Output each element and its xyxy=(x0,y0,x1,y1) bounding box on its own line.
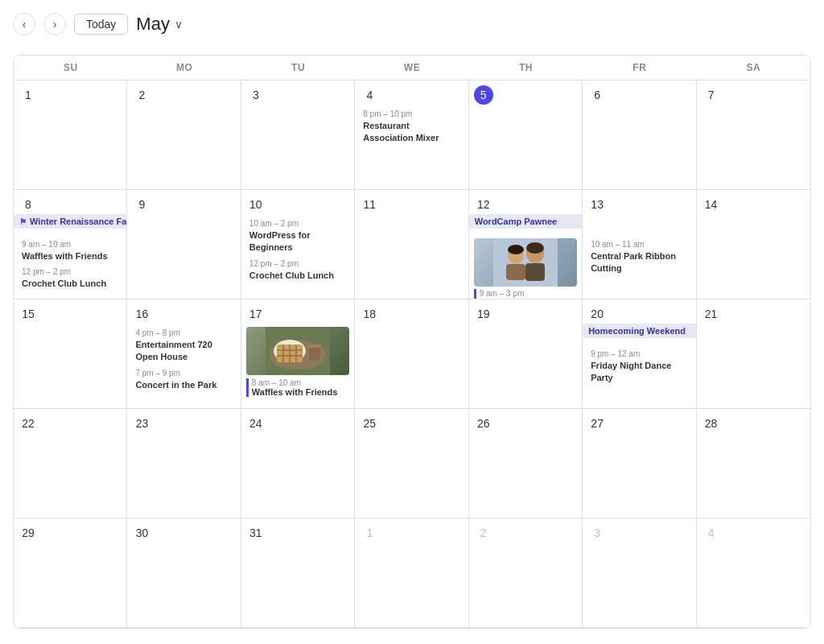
cell-may6[interactable]: 6 xyxy=(583,80,696,190)
event-time: 7 pm – 9 pm xyxy=(135,368,232,379)
svg-rect-17 xyxy=(307,345,322,348)
calendar: SU MO TU WE TH FR SA 1 2 3 4 8 pm – 10 p… xyxy=(13,55,811,629)
event-ent720[interactable]: 4 pm – 8 pm Entertainment 720 Open House xyxy=(132,327,235,365)
svg-point-5 xyxy=(526,242,544,254)
event-title: Restaurant Association Mixer xyxy=(363,120,459,145)
event-friday-night[interactable]: 9 pm – 12 am Friday Night Dance Party xyxy=(587,348,690,386)
cell-may1[interactable]: 1 xyxy=(14,80,127,190)
date-label: 10 xyxy=(246,195,266,214)
event-crochet-club-10[interactable]: 12 pm – 2 pm Crochet Club Lunch xyxy=(246,258,349,283)
event-title: Waffles with Friends xyxy=(22,250,118,262)
winter-renaissance-banner[interactable]: ⚑ Winter Renaissance Fair xyxy=(14,214,127,229)
cell-may21[interactable]: 21 xyxy=(697,299,810,409)
date-label: 25 xyxy=(360,414,379,433)
event-title: WordPress for Beginners xyxy=(249,229,346,254)
cell-may12[interactable]: WordCamp Pawnee 12 xyxy=(469,190,583,299)
date-label: 31 xyxy=(246,523,266,543)
cell-jun4[interactable]: 4 xyxy=(697,518,810,628)
event-waffles-friends-17[interactable]: 8 am – 10 am Waffles with Friends xyxy=(246,378,349,397)
date-label: 18 xyxy=(360,304,379,324)
cell-may22[interactable]: 22 xyxy=(14,409,127,518)
event-time: 9 pm – 12 am xyxy=(591,349,687,360)
date-label: 23 xyxy=(132,414,151,433)
svg-rect-2 xyxy=(506,264,525,280)
date-label: 3 xyxy=(587,523,607,543)
date-label-today: 5 xyxy=(474,85,493,105)
cell-may25[interactable]: 25 xyxy=(355,409,468,518)
cell-may15[interactable]: 15 xyxy=(14,299,127,409)
cell-may18[interactable]: 18 xyxy=(355,299,468,409)
cell-jun1[interactable]: 1 xyxy=(355,518,468,628)
date-label: 2 xyxy=(474,523,493,543)
event-wordpress-beginners[interactable]: 10 am – 2 pm WordPress for Beginners xyxy=(246,217,349,255)
next-button[interactable]: › xyxy=(43,13,66,35)
flag-icon: ⚑ xyxy=(19,217,27,226)
cell-may13[interactable]: 13 10 am – 11 am Central Park Ribbon Cut… xyxy=(583,190,696,299)
event-time: 12 pm – 2 pm xyxy=(22,266,118,278)
cell-may7[interactable]: 7 xyxy=(697,80,810,190)
event-title: Crochet Club Lunch xyxy=(22,278,118,290)
month-chevron-icon[interactable]: ∨ xyxy=(175,18,183,31)
day-label-su: SU xyxy=(14,56,127,80)
date-label: 28 xyxy=(702,414,721,433)
date-label: 13 xyxy=(587,195,607,214)
cell-may29[interactable]: 29 xyxy=(14,518,127,628)
date-label: 26 xyxy=(474,414,493,433)
cell-may23[interactable]: 23 xyxy=(127,409,241,518)
wordcamp-pawnee-banner[interactable]: WordCamp Pawnee xyxy=(469,214,583,229)
cell-jun3[interactable]: 3 xyxy=(583,518,696,628)
date-label: 9 xyxy=(132,195,151,214)
date-label: 29 xyxy=(19,523,38,543)
event-time: 10 am – 11 am xyxy=(591,239,687,250)
day-label-sa: SA xyxy=(697,56,810,80)
svg-rect-0 xyxy=(493,238,558,287)
parks-rec-event[interactable]: 9 am – 3 pm Parks and Rec Committee xyxy=(474,289,577,299)
days-header: SU MO TU WE TH FR SA xyxy=(14,56,810,80)
cell-may8[interactable]: ⚑ Winter Renaissance Fair 8 9 am – 10 am… xyxy=(14,190,127,299)
event-title: Waffles with Friends xyxy=(252,387,349,397)
date-label: 2 xyxy=(132,85,151,105)
cell-may5[interactable]: 5 xyxy=(469,80,583,190)
svg-rect-4 xyxy=(525,263,545,281)
cell-may9[interactable]: 9 xyxy=(127,190,241,299)
prev-button[interactable]: ‹ xyxy=(13,13,35,35)
cell-may24[interactable]: 24 xyxy=(241,409,355,518)
event-restaurant-mixer[interactable]: 8 pm – 10 pm Restaurant Association Mixe… xyxy=(360,108,463,146)
today-button[interactable]: Today xyxy=(74,14,128,35)
event-title: Friday Night Dance Party xyxy=(591,360,687,385)
event-crochet-club-8[interactable]: 12 pm – 2 pm Crochet Club Lunch xyxy=(19,266,122,291)
event-concert-park[interactable]: 7 pm – 9 pm Concert in the Park xyxy=(132,367,235,392)
event-central-park[interactable]: 10 am – 11 am Central Park Ribbon Cuttin… xyxy=(587,238,690,276)
event-title: Crochet Club Lunch xyxy=(249,270,346,282)
cell-may11[interactable]: 11 xyxy=(355,190,468,299)
cell-may16[interactable]: 16 4 pm – 8 pm Entertainment 720 Open Ho… xyxy=(127,299,241,409)
cell-may19[interactable]: 19 xyxy=(469,299,583,409)
day-label-mo: MO xyxy=(127,56,241,80)
day-label-tu: TU xyxy=(241,56,355,80)
cell-may4[interactable]: 4 8 pm – 10 pm Restaurant Association Mi… xyxy=(355,80,468,190)
wordcamp-image xyxy=(474,238,577,287)
cell-may3[interactable]: 3 xyxy=(241,80,355,190)
cell-may30[interactable]: 30 xyxy=(127,518,241,628)
event-waffles-friends[interactable]: 9 am – 10 am Waffles with Friends xyxy=(19,238,122,263)
day-label-fr: FR xyxy=(583,56,696,80)
cell-may31[interactable]: 31 xyxy=(241,518,355,628)
event-title: Entertainment 720 Open House xyxy=(135,339,232,364)
cell-may14[interactable]: 14 xyxy=(697,190,810,299)
cell-may27[interactable]: 27 xyxy=(583,409,696,518)
homecoming-weekend-banner[interactable]: Homecoming Weekend xyxy=(583,324,696,338)
cell-may26[interactable]: 26 xyxy=(469,409,583,518)
cell-jun2[interactable]: 2 xyxy=(469,518,583,628)
event-time: 8 pm – 10 pm xyxy=(363,109,459,120)
event-time: 9 am – 3 pm xyxy=(480,289,577,298)
event-time: 8 am – 10 am xyxy=(252,378,349,387)
cell-may10[interactable]: 10 10 am – 2 pm WordPress for Beginners … xyxy=(241,190,355,299)
event-time: 12 pm – 2 pm xyxy=(249,258,346,270)
event-title: Concert in the Park xyxy=(135,379,232,391)
cell-may17[interactable]: 17 xyxy=(241,299,355,409)
date-label: 15 xyxy=(19,304,38,324)
cell-may20[interactable]: Homecoming Weekend 20 9 pm – 12 am Frida… xyxy=(583,299,696,409)
cell-may28[interactable]: 28 xyxy=(697,409,810,518)
cell-may2[interactable]: 2 xyxy=(127,80,241,190)
date-label: 16 xyxy=(132,304,151,324)
